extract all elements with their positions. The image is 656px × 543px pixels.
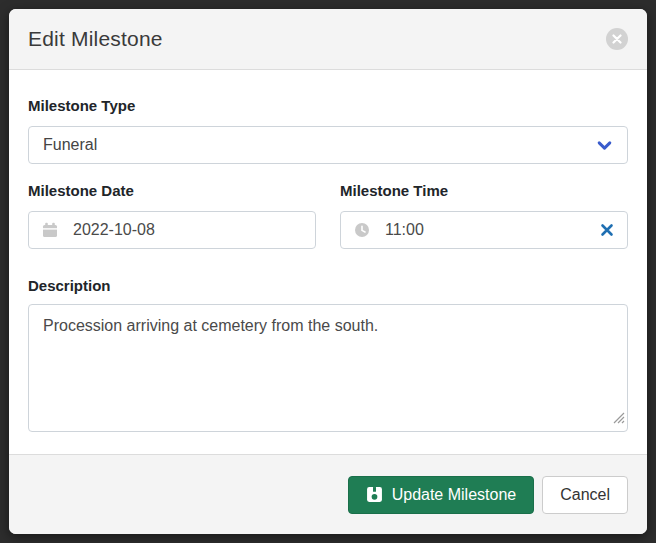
x-icon <box>600 223 614 237</box>
description-textarea[interactable]: Procession arriving at cemetery from the… <box>28 304 628 432</box>
modal-body: Milestone Type Funeral Milestone Date <box>9 70 647 454</box>
close-button[interactable] <box>606 28 628 50</box>
update-milestone-label: Update Milestone <box>392 486 517 504</box>
milestone-date-field: Milestone Date <box>28 182 316 249</box>
cancel-button[interactable]: Cancel <box>542 476 628 514</box>
edit-milestone-modal: Edit Milestone Milestone Type Funeral Mi… <box>9 9 647 534</box>
modal-title: Edit Milestone <box>28 27 163 51</box>
update-milestone-button[interactable]: Update Milestone <box>348 476 535 514</box>
milestone-type-select[interactable]: Funeral <box>28 126 628 164</box>
milestone-type-label: Milestone Type <box>28 97 628 114</box>
cancel-label: Cancel <box>560 486 610 504</box>
milestone-date-label: Milestone Date <box>28 182 316 199</box>
milestone-time-input[interactable] <box>340 211 628 249</box>
milestone-time-field: Milestone Time <box>340 182 628 249</box>
modal-footer: Update Milestone Cancel <box>9 454 647 534</box>
circle-x-icon <box>612 34 622 44</box>
save-icon <box>366 486 383 503</box>
modal-header: Edit Milestone <box>9 9 647 70</box>
description-label: Description <box>28 277 628 294</box>
milestone-time-label: Milestone Time <box>340 182 628 199</box>
chevron-down-icon <box>596 137 613 154</box>
milestone-date-input[interactable] <box>28 211 316 249</box>
clear-time-button[interactable] <box>598 221 616 239</box>
milestone-type-value: Funeral <box>43 136 97 154</box>
date-time-row: Milestone Date Milestone Time <box>28 182 628 249</box>
